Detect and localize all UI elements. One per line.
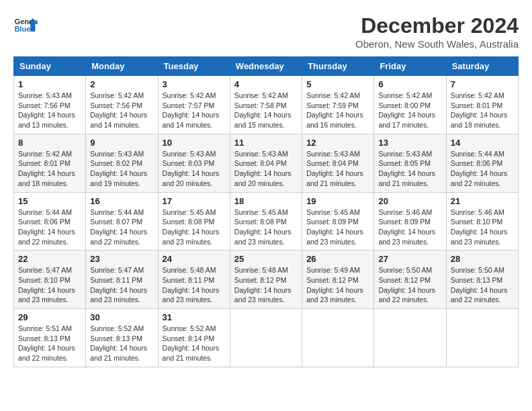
day-number: 6 bbox=[378, 79, 441, 89]
table-row: 4 Sunrise: 5:42 AM Sunset: 7:58 PM Dayli… bbox=[230, 76, 302, 134]
calendar-week-3: 15 Sunrise: 5:44 AM Sunset: 8:06 PM Dayl… bbox=[14, 192, 519, 250]
table-row: 25 Sunrise: 5:48 AM Sunset: 8:12 PM Dayl… bbox=[230, 250, 302, 309]
day-number: 2 bbox=[90, 79, 153, 89]
col-thursday: Thursday bbox=[302, 57, 374, 76]
day-info: Sunrise: 5:43 AM Sunset: 8:04 PM Dayligh… bbox=[306, 149, 369, 189]
table-row: 18 Sunrise: 5:45 AM Sunset: 8:08 PM Dayl… bbox=[230, 192, 302, 250]
day-number: 13 bbox=[378, 138, 441, 148]
day-number: 7 bbox=[451, 79, 514, 89]
day-number: 17 bbox=[163, 196, 226, 206]
day-info: Sunrise: 5:45 AM Sunset: 8:09 PM Dayligh… bbox=[306, 208, 369, 247]
day-number: 11 bbox=[234, 138, 298, 148]
table-row: 22 Sunrise: 5:47 AM Sunset: 8:10 PM Dayl… bbox=[14, 250, 86, 309]
table-row: 21 Sunrise: 5:46 AM Sunset: 8:10 PM Dayl… bbox=[446, 192, 518, 250]
day-info: Sunrise: 5:52 AM Sunset: 8:14 PM Dayligh… bbox=[163, 324, 226, 363]
table-row bbox=[302, 309, 374, 367]
calendar-table: Sunday Monday Tuesday Wednesday Thursday… bbox=[13, 56, 519, 367]
day-info: Sunrise: 5:43 AM Sunset: 8:04 PM Dayligh… bbox=[234, 149, 298, 189]
day-info: Sunrise: 5:43 AM Sunset: 8:02 PM Dayligh… bbox=[90, 149, 153, 189]
day-info: Sunrise: 5:52 AM Sunset: 8:13 PM Dayligh… bbox=[90, 324, 153, 363]
day-info: Sunrise: 5:42 AM Sunset: 8:01 PM Dayligh… bbox=[451, 91, 514, 130]
calendar-week-1: 1 Sunrise: 5:43 AM Sunset: 7:56 PM Dayli… bbox=[14, 76, 519, 134]
table-row: 11 Sunrise: 5:43 AM Sunset: 8:04 PM Dayl… bbox=[230, 134, 302, 192]
table-row: 29 Sunrise: 5:51 AM Sunset: 8:13 PM Dayl… bbox=[14, 309, 86, 367]
day-info: Sunrise: 5:46 AM Sunset: 8:10 PM Dayligh… bbox=[451, 208, 514, 247]
day-info: Sunrise: 5:43 AM Sunset: 8:03 PM Dayligh… bbox=[163, 149, 226, 189]
table-row: 31 Sunrise: 5:52 AM Sunset: 8:14 PM Dayl… bbox=[158, 309, 230, 367]
day-number: 28 bbox=[451, 254, 514, 264]
calendar-header-row: Sunday Monday Tuesday Wednesday Thursday… bbox=[14, 57, 519, 76]
day-info: Sunrise: 5:47 AM Sunset: 8:11 PM Dayligh… bbox=[90, 265, 153, 305]
day-number: 16 bbox=[90, 196, 153, 206]
table-row: 6 Sunrise: 5:42 AM Sunset: 8:00 PM Dayli… bbox=[374, 76, 446, 134]
day-number: 27 bbox=[378, 254, 441, 264]
page-subtitle: Oberon, New South Wales, Australia bbox=[355, 38, 519, 50]
day-info: Sunrise: 5:48 AM Sunset: 8:11 PM Dayligh… bbox=[163, 265, 226, 305]
day-info: Sunrise: 5:50 AM Sunset: 8:13 PM Dayligh… bbox=[451, 265, 514, 305]
table-row: 3 Sunrise: 5:42 AM Sunset: 7:57 PM Dayli… bbox=[158, 76, 230, 134]
day-info: Sunrise: 5:42 AM Sunset: 7:58 PM Dayligh… bbox=[234, 91, 298, 130]
day-number: 23 bbox=[90, 254, 153, 264]
table-row: 19 Sunrise: 5:45 AM Sunset: 8:09 PM Dayl… bbox=[302, 192, 374, 250]
day-info: Sunrise: 5:42 AM Sunset: 8:01 PM Dayligh… bbox=[18, 149, 81, 189]
day-info: Sunrise: 5:44 AM Sunset: 8:06 PM Dayligh… bbox=[18, 208, 81, 247]
logo: General Blue bbox=[13, 13, 38, 38]
calendar-week-4: 22 Sunrise: 5:47 AM Sunset: 8:10 PM Dayl… bbox=[14, 250, 519, 309]
day-number: 9 bbox=[90, 138, 153, 148]
day-info: Sunrise: 5:45 AM Sunset: 8:08 PM Dayligh… bbox=[234, 208, 298, 247]
table-row: 13 Sunrise: 5:43 AM Sunset: 8:05 PM Dayl… bbox=[374, 134, 446, 192]
page-title: December 2024 bbox=[355, 13, 519, 38]
day-info: Sunrise: 5:43 AM Sunset: 8:05 PM Dayligh… bbox=[378, 149, 441, 189]
calendar-week-5: 29 Sunrise: 5:51 AM Sunset: 8:13 PM Dayl… bbox=[14, 309, 519, 367]
table-row: 20 Sunrise: 5:46 AM Sunset: 8:09 PM Dayl… bbox=[374, 192, 446, 250]
page-header: General Blue December 2024 Oberon, New S… bbox=[13, 13, 519, 50]
day-info: Sunrise: 5:42 AM Sunset: 7:56 PM Dayligh… bbox=[90, 91, 153, 130]
svg-text:Blue: Blue bbox=[15, 25, 30, 33]
title-block: December 2024 Oberon, New South Wales, A… bbox=[355, 13, 519, 50]
day-number: 14 bbox=[451, 138, 514, 148]
day-info: Sunrise: 5:42 AM Sunset: 7:57 PM Dayligh… bbox=[163, 91, 226, 130]
day-info: Sunrise: 5:45 AM Sunset: 8:08 PM Dayligh… bbox=[163, 208, 226, 247]
col-wednesday: Wednesday bbox=[230, 57, 302, 76]
day-number: 4 bbox=[234, 79, 298, 89]
day-info: Sunrise: 5:44 AM Sunset: 8:06 PM Dayligh… bbox=[451, 149, 514, 189]
table-row bbox=[446, 309, 518, 367]
day-number: 31 bbox=[163, 312, 226, 322]
day-number: 18 bbox=[234, 196, 298, 206]
day-info: Sunrise: 5:46 AM Sunset: 8:09 PM Dayligh… bbox=[378, 208, 441, 247]
day-number: 29 bbox=[18, 312, 81, 322]
day-info: Sunrise: 5:51 AM Sunset: 8:13 PM Dayligh… bbox=[18, 324, 81, 363]
table-row: 26 Sunrise: 5:49 AM Sunset: 8:12 PM Dayl… bbox=[302, 250, 374, 309]
day-number: 1 bbox=[18, 79, 81, 89]
col-monday: Monday bbox=[86, 57, 158, 76]
table-row: 15 Sunrise: 5:44 AM Sunset: 8:06 PM Dayl… bbox=[14, 192, 86, 250]
calendar-week-2: 8 Sunrise: 5:42 AM Sunset: 8:01 PM Dayli… bbox=[14, 134, 519, 192]
col-tuesday: Tuesday bbox=[158, 57, 230, 76]
day-info: Sunrise: 5:47 AM Sunset: 8:10 PM Dayligh… bbox=[18, 265, 81, 305]
day-number: 25 bbox=[234, 254, 298, 264]
day-number: 5 bbox=[306, 79, 369, 89]
day-number: 26 bbox=[306, 254, 369, 264]
day-number: 30 bbox=[90, 312, 153, 322]
table-row: 28 Sunrise: 5:50 AM Sunset: 8:13 PM Dayl… bbox=[446, 250, 518, 309]
day-info: Sunrise: 5:49 AM Sunset: 8:12 PM Dayligh… bbox=[306, 265, 369, 305]
table-row: 7 Sunrise: 5:42 AM Sunset: 8:01 PM Dayli… bbox=[446, 76, 518, 134]
table-row: 30 Sunrise: 5:52 AM Sunset: 8:13 PM Dayl… bbox=[86, 309, 158, 367]
day-number: 22 bbox=[18, 254, 81, 264]
logo-icon: General Blue bbox=[13, 13, 38, 38]
day-number: 15 bbox=[18, 196, 81, 206]
day-number: 10 bbox=[163, 138, 226, 148]
table-row: 5 Sunrise: 5:42 AM Sunset: 7:59 PM Dayli… bbox=[302, 76, 374, 134]
table-row: 2 Sunrise: 5:42 AM Sunset: 7:56 PM Dayli… bbox=[86, 76, 158, 134]
col-friday: Friday bbox=[374, 57, 446, 76]
table-row: 8 Sunrise: 5:42 AM Sunset: 8:01 PM Dayli… bbox=[14, 134, 86, 192]
day-info: Sunrise: 5:42 AM Sunset: 8:00 PM Dayligh… bbox=[378, 91, 441, 130]
day-number: 3 bbox=[163, 79, 226, 89]
table-row: 27 Sunrise: 5:50 AM Sunset: 8:12 PM Dayl… bbox=[374, 250, 446, 309]
table-row bbox=[374, 309, 446, 367]
table-row bbox=[230, 309, 302, 367]
day-info: Sunrise: 5:43 AM Sunset: 7:56 PM Dayligh… bbox=[18, 91, 81, 130]
table-row: 10 Sunrise: 5:43 AM Sunset: 8:03 PM Dayl… bbox=[158, 134, 230, 192]
table-row: 9 Sunrise: 5:43 AM Sunset: 8:02 PM Dayli… bbox=[86, 134, 158, 192]
day-info: Sunrise: 5:48 AM Sunset: 8:12 PM Dayligh… bbox=[234, 265, 298, 305]
